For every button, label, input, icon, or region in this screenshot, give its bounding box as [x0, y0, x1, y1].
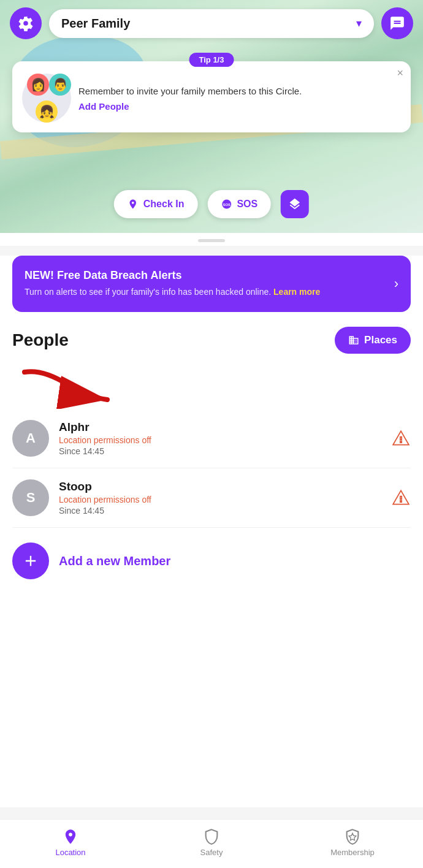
gear-icon	[18, 15, 34, 31]
drag-handle-area	[0, 233, 423, 246]
main-content: NEW! Free Data Breach Alerts Turn on ale…	[0, 256, 423, 807]
breach-banner-text: NEW! Free Data Breach Alerts Turn on ale…	[25, 269, 387, 299]
circle-name: Peer Family	[61, 17, 130, 31]
person-info-alphr: Alphr Location permissions off Since 14:…	[59, 421, 391, 456]
breach-banner[interactable]: NEW! Free Data Breach Alerts Turn on ale…	[12, 256, 411, 312]
tip-cta-link[interactable]: Add People	[78, 101, 129, 112]
drag-handle	[198, 239, 225, 242]
person-item[interactable]: A Alphr Location permissions off Since 1…	[12, 409, 411, 468]
person-status-stoop: Location permissions off	[59, 495, 391, 504]
person-warning-stoop	[391, 488, 411, 508]
tip-message: Remember to invite your family members t…	[78, 85, 401, 97]
tip-close-button[interactable]: ×	[397, 67, 403, 78]
tip-avatar-1: 👩	[27, 74, 49, 96]
add-member-button[interactable]: Add a new Member	[12, 528, 411, 594]
tip-avatars: 👩 👨 👧	[22, 74, 71, 123]
person-status-alphr: Location permissions off	[59, 435, 391, 445]
bottom-nav: Location Safety Membership	[0, 819, 423, 868]
nav-safety-label: Safety	[200, 848, 223, 857]
messages-icon	[389, 15, 405, 31]
breach-banner-chevron-icon: ›	[394, 276, 398, 292]
messages-button[interactable]	[381, 7, 413, 39]
warning-icon-stoop	[392, 489, 410, 506]
add-member-text: Add a new Member	[59, 554, 170, 568]
location-nav-icon	[62, 828, 79, 845]
person-name-alphr: Alphr	[59, 421, 391, 434]
tip-avatar-2: 👨	[49, 74, 71, 96]
check-in-button[interactable]: Check In	[114, 190, 198, 218]
people-section: People Places A	[12, 327, 411, 594]
top-bar: Peer Family ▾	[0, 7, 423, 39]
safety-nav-icon	[203, 828, 220, 845]
red-arrow-icon	[18, 366, 116, 409]
breach-banner-desc: Turn on alerts to see if your family's i…	[25, 286, 387, 299]
check-in-label: Check In	[143, 199, 185, 210]
warning-icon	[392, 430, 410, 447]
nav-membership-label: Membership	[330, 848, 375, 857]
nav-location[interactable]: Location	[0, 820, 141, 868]
svg-text:SOS: SOS	[223, 203, 231, 207]
places-icon	[348, 335, 359, 346]
person-avatar-alphr: A	[12, 420, 49, 457]
tip-card: Tip 1/3 × 👩 👨 👧 Remember to invite your …	[12, 61, 411, 132]
nav-membership[interactable]: Membership	[282, 820, 423, 868]
chevron-down-icon: ▾	[356, 17, 362, 30]
sos-label: SOS	[237, 199, 257, 210]
person-item-stoop[interactable]: S Stoop Location permissions off Since 1…	[12, 468, 411, 528]
person-avatar-stoop: S	[12, 479, 49, 516]
avatar-letter-alphr: A	[26, 430, 36, 446]
tip-text-block: Remember to invite your family members t…	[78, 85, 401, 112]
breach-banner-link[interactable]: Learn more	[273, 287, 320, 297]
map-layers-button[interactable]	[281, 190, 309, 218]
add-member-icon	[12, 542, 49, 579]
map-area: Peer Family ▾ Tip 1/3 × 👩 👨 👧 Remember t…	[0, 0, 423, 233]
people-title: People	[12, 330, 69, 350]
people-header: People Places	[12, 327, 411, 354]
sos-button[interactable]: SOS SOS	[207, 190, 271, 218]
tip-avatar-3: 👧	[36, 101, 58, 123]
breach-banner-description: Turn on alerts to see if your family's i…	[25, 287, 271, 297]
breach-banner-title: NEW! Free Data Breach Alerts	[25, 269, 387, 282]
person-name-stoop: Stoop	[59, 480, 391, 493]
sos-icon: SOS	[221, 199, 232, 210]
red-arrow-area	[12, 366, 411, 409]
map-actions: Check In SOS SOS	[114, 190, 309, 218]
tip-badge: Tip 1/3	[189, 53, 234, 67]
avatar-letter-stoop: S	[26, 490, 36, 506]
nav-location-label: Location	[55, 848, 85, 857]
layers-icon	[288, 197, 302, 211]
person-warning-alphr	[391, 428, 411, 448]
plus-icon	[22, 552, 39, 569]
person-time-stoop: Since 14:45	[59, 506, 391, 516]
tip-content: 👩 👨 👧 Remember to invite your family mem…	[22, 74, 401, 123]
location-pin-icon	[128, 199, 139, 210]
circle-selector[interactable]: Peer Family ▾	[49, 9, 374, 38]
person-time-alphr: Since 14:45	[59, 446, 391, 456]
places-button[interactable]: Places	[335, 327, 411, 354]
nav-safety[interactable]: Safety	[141, 820, 282, 868]
membership-nav-icon	[344, 828, 361, 845]
person-info-stoop: Stoop Location permissions off Since 14:…	[59, 480, 391, 516]
places-button-label: Places	[364, 334, 397, 346]
settings-button[interactable]	[10, 7, 42, 39]
